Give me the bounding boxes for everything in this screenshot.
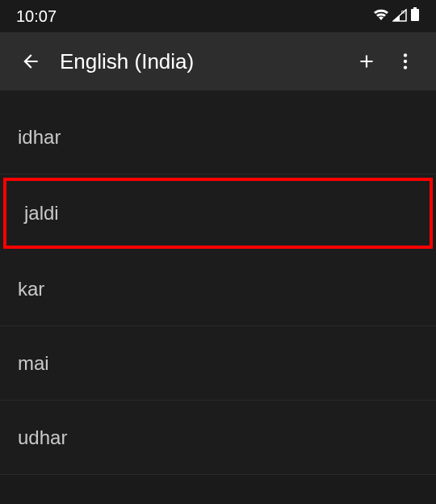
word-label: kar [18, 278, 44, 300]
svg-point-4 [404, 60, 407, 63]
word-label: udhar [18, 426, 67, 449]
signal-icon: R [392, 7, 407, 26]
list-item[interactable]: udhar [0, 401, 436, 475]
dictionary-list: idhar jaldi kar mai udhar [0, 90, 436, 475]
word-label: idhar [18, 126, 61, 149]
svg-text:R: R [401, 10, 405, 15]
battery-icon [410, 7, 420, 26]
wifi-icon [373, 7, 389, 26]
svg-rect-1 [413, 7, 417, 9]
svg-point-5 [404, 65, 407, 69]
list-item[interactable]: kar [0, 252, 436, 326]
list-item[interactable]: jaldi [3, 178, 433, 249]
status-time: 10:07 [16, 7, 57, 26]
spacer [0, 90, 436, 100]
back-button[interactable] [11, 42, 50, 81]
plus-icon [356, 51, 377, 72]
svg-rect-2 [411, 9, 419, 21]
status-bar: 10:07 R [0, 0, 436, 32]
svg-point-3 [404, 53, 407, 57]
word-label: mai [18, 352, 49, 375]
more-vert-icon [395, 51, 416, 72]
arrow-back-icon [20, 51, 41, 72]
list-item[interactable]: idhar [0, 100, 436, 174]
app-bar: English (India) [0, 32, 436, 90]
list-item[interactable]: mai [0, 326, 436, 401]
word-label: jaldi [24, 202, 59, 225]
page-title: English (India) [60, 49, 347, 74]
status-icons: R [373, 7, 420, 26]
more-button[interactable] [386, 42, 425, 81]
add-button[interactable] [347, 42, 386, 81]
